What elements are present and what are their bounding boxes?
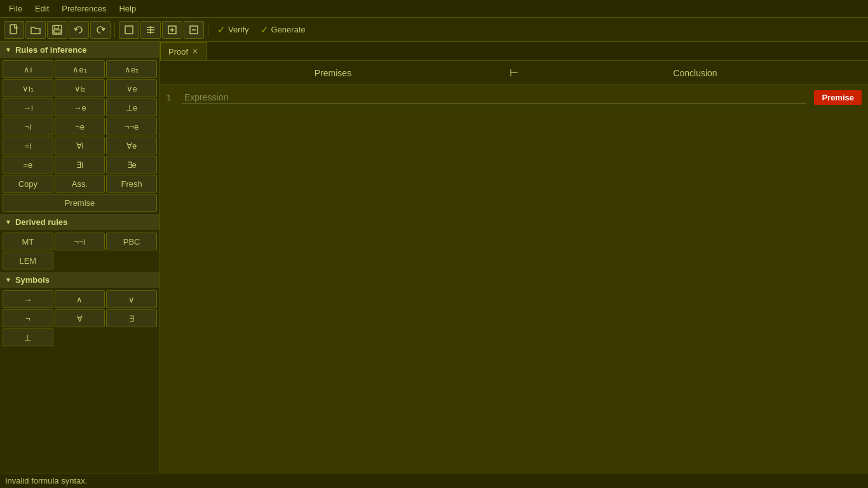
derived-rules-header[interactable]: ▼ Derived rules xyxy=(0,214,159,230)
rule-pbc[interactable]: PBC xyxy=(106,233,157,250)
proof-header: Premises ⊢ Conclusion xyxy=(160,61,868,85)
symbol-neg[interactable]: ¬ xyxy=(3,309,53,327)
symbol-and[interactable]: ∧ xyxy=(55,290,105,308)
symbols-header[interactable]: ▼ Symbols xyxy=(0,272,159,288)
save-button[interactable] xyxy=(47,21,67,39)
rule-bot-e[interactable]: ⊥e xyxy=(106,98,157,116)
rule-premise[interactable]: Premise xyxy=(3,194,157,212)
new-file-button[interactable] xyxy=(4,21,24,39)
rule-lem[interactable]: LEM xyxy=(3,252,53,269)
rule-eq-i[interactable]: =i xyxy=(3,137,53,154)
redo-button[interactable] xyxy=(90,21,111,39)
derived-rules-arrow: ▼ xyxy=(5,219,11,226)
rule-ass[interactable]: Ass. xyxy=(55,175,105,193)
rule-exists-e[interactable]: ∃e xyxy=(106,156,157,173)
symbols-grid: → ∧ ∨ ¬ ∀ ∃ ⊥ xyxy=(0,288,159,349)
menu-preferences[interactable]: Preferences xyxy=(55,1,112,16)
proof-tab[interactable]: Proof ✕ xyxy=(160,42,207,60)
verify-toggle[interactable]: ✓ Verify xyxy=(212,24,254,36)
add-row-button[interactable] xyxy=(162,21,182,39)
rule-or-e[interactable]: ∨e xyxy=(106,79,157,97)
rules-layout-button[interactable] xyxy=(140,21,161,39)
symbol-impl[interactable]: → xyxy=(3,290,53,308)
symbols-label: Symbols xyxy=(15,275,50,285)
menubar: File Edit Preferences Help xyxy=(0,0,868,18)
rule-neg-i[interactable]: ¬i xyxy=(3,118,53,135)
rule-neg-e[interactable]: ¬e xyxy=(55,118,105,135)
svg-rect-3 xyxy=(54,30,60,33)
rule-impl-e[interactable]: →e xyxy=(55,98,105,116)
sidebar: ▼ Rules of inference ∧i ∧e₁ ∧e₂ ∨i₁ ∨i₂ … xyxy=(0,42,160,473)
rule-forall-e[interactable]: ∀e xyxy=(106,137,157,154)
rule-exists-i[interactable]: ∃i xyxy=(55,156,105,173)
proof-row-1-input[interactable] xyxy=(182,91,806,104)
symbol-exists[interactable]: ∃ xyxy=(106,309,157,327)
rule-impl-i[interactable]: →i xyxy=(3,98,53,116)
proof-premises-label: Premises xyxy=(166,68,499,78)
rule-and-i[interactable]: ∧i xyxy=(3,60,53,78)
proof-turnstile: ⊢ xyxy=(510,67,519,79)
rule-or-i1[interactable]: ∨i₁ xyxy=(3,79,53,97)
menu-help[interactable]: Help xyxy=(112,1,142,16)
statusbar: Invalid formula syntax. xyxy=(0,473,868,488)
proof-row-1: 1 Premise xyxy=(160,85,868,111)
rule-fresh[interactable]: Fresh xyxy=(106,175,157,193)
main-area: ▼ Rules of inference ∧i ∧e₁ ∧e₂ ∨i₁ ∨i₂ … xyxy=(0,42,868,473)
generate-toggle[interactable]: ✓ Generate xyxy=(255,24,311,36)
rule-copy[interactable]: Copy xyxy=(3,175,53,193)
rule-or-i2[interactable]: ∨i₂ xyxy=(55,79,105,97)
rule-forall-i[interactable]: ∀i xyxy=(55,137,105,154)
proof-conclusion-label: Conclusion xyxy=(529,68,862,78)
rule-mt[interactable]: MT xyxy=(3,233,53,250)
proof-row-1-justify[interactable]: Premise xyxy=(814,90,862,105)
symbol-bot[interactable]: ⊥ xyxy=(3,329,53,346)
verify-label: Verify xyxy=(228,25,249,34)
undo-button[interactable] xyxy=(69,21,89,39)
rule-neg-neg-e[interactable]: ¬¬e xyxy=(106,118,157,135)
proof-area: Premises ⊢ Conclusion 1 Premise xyxy=(160,61,868,473)
rule-and-e2[interactable]: ∧e₂ xyxy=(106,60,157,78)
svg-rect-0 xyxy=(10,25,17,34)
symbol-forall[interactable]: ∀ xyxy=(55,309,105,327)
toolbar-separator-1 xyxy=(114,23,115,37)
rules-inference-grid: ∧i ∧e₁ ∧e₂ ∨i₁ ∨i₂ ∨e →i →e ⊥e ¬i ¬e ¬¬e… xyxy=(0,58,159,214)
derived-rules-label: Derived rules xyxy=(15,217,67,227)
toolbar-separator-2 xyxy=(208,23,208,37)
verify-check-icon: ✓ xyxy=(217,24,226,36)
generate-label: Generate xyxy=(271,25,306,34)
open-button[interactable] xyxy=(25,21,46,39)
rule-neg-neg-i[interactable]: ¬¬i xyxy=(55,233,105,250)
rule-eq-e[interactable]: =e xyxy=(3,156,53,173)
generate-check-icon: ✓ xyxy=(261,24,269,36)
svg-rect-4 xyxy=(125,26,133,34)
tabs-bar: Proof ✕ xyxy=(160,42,868,61)
status-message: Invalid formula syntax. xyxy=(5,476,87,485)
proof-tab-close-icon[interactable]: ✕ xyxy=(192,47,198,56)
toolbar: ✓ Verify ✓ Generate xyxy=(0,18,868,42)
symbols-arrow: ▼ xyxy=(5,276,11,283)
proof-tab-label: Proof xyxy=(168,47,188,57)
remove-row-button[interactable] xyxy=(184,21,204,39)
content-area: Proof ✕ Premises ⊢ Conclusion 1 Premise xyxy=(160,42,868,473)
box-button[interactable] xyxy=(119,21,139,39)
rules-inference-label: Rules of inference xyxy=(15,45,87,55)
rules-inference-header[interactable]: ▼ Rules of inference xyxy=(0,42,159,58)
symbol-or[interactable]: ∨ xyxy=(106,290,157,308)
proof-row-1-num: 1 xyxy=(166,93,182,102)
rule-and-e1[interactable]: ∧e₁ xyxy=(55,60,105,78)
rules-inference-arrow: ▼ xyxy=(5,46,11,53)
menu-file[interactable]: File xyxy=(3,1,29,16)
derived-rules-grid: MT ¬¬i PBC LEM xyxy=(0,230,159,272)
menu-edit[interactable]: Edit xyxy=(29,1,55,16)
